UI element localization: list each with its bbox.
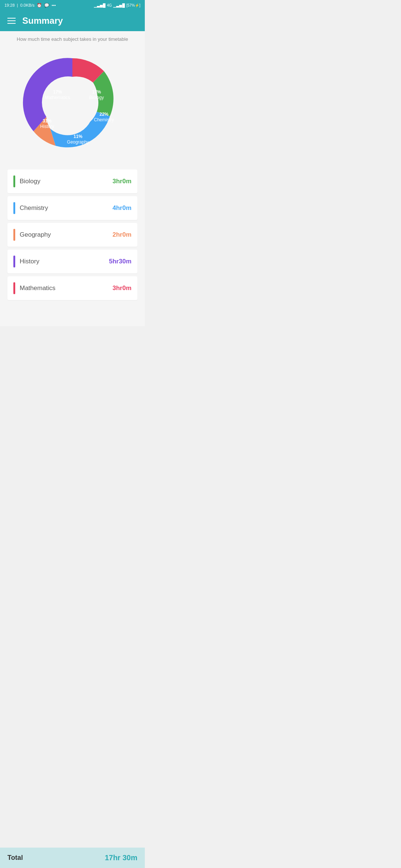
chart-container: 17% Mathematics 17% Biology 22% Chemistr… xyxy=(0,43,145,166)
subject-color-bar xyxy=(13,282,15,294)
subject-name: Geography xyxy=(20,231,108,239)
more-icon: ••• xyxy=(52,3,56,7)
label-chemistry: 22% xyxy=(100,112,108,117)
label-history: 31% xyxy=(43,118,52,124)
subject-list: Biology3hr0mChemistry4hr0mGeography2hr0m… xyxy=(0,166,145,304)
status-bar: 19:28 | 0.0KB/s ⏰ 💬 ••• ▁▃▅█ 4G ▁▃▅█ [57… xyxy=(0,0,145,10)
menu-button[interactable] xyxy=(7,18,16,24)
list-item: Biology3hr0m xyxy=(7,170,137,193)
subject-color-bar xyxy=(13,256,15,267)
subtitle: How much time each subject takes in your… xyxy=(0,31,145,43)
subject-name: History xyxy=(20,258,105,265)
subject-time: 2hr0m xyxy=(113,231,131,239)
label-mathematics-name: Mathematics xyxy=(45,95,70,100)
list-item: Mathematics3hr0m xyxy=(7,276,137,300)
subject-name: Biology xyxy=(20,178,108,185)
status-data: 0.0KB/s xyxy=(20,3,35,7)
list-item: Chemistry4hr0m xyxy=(7,196,137,220)
list-item: Geography2hr0m xyxy=(7,223,137,247)
status-left: 19:28 | 0.0KB/s ⏰ 💬 ••• xyxy=(4,3,56,8)
subject-time: 3hr0m xyxy=(113,178,131,185)
status-time: 19:28 xyxy=(4,3,15,7)
label-mathematics: 17% xyxy=(53,89,62,95)
messenger-icon: 💬 xyxy=(44,3,49,8)
network-type: 4G xyxy=(107,3,112,7)
subject-name: Mathematics xyxy=(20,285,108,292)
subject-name: Chemistry xyxy=(20,204,108,212)
label-biology-name: Biology xyxy=(89,95,104,100)
donut-hole xyxy=(46,77,98,129)
label-history-name: History xyxy=(40,124,54,129)
subject-color-bar xyxy=(13,229,15,241)
main-content: How much time each subject takes in your… xyxy=(0,31,145,326)
signal-icon: ▁▃▅█ xyxy=(94,3,105,7)
subject-color-bar xyxy=(13,175,15,187)
label-biology: 17% xyxy=(92,89,101,95)
label-geography-name: Geography xyxy=(67,139,89,145)
app-header: Summary xyxy=(0,10,145,31)
page-title: Summary xyxy=(22,16,63,26)
label-chemistry-name: Chemistry xyxy=(94,117,114,122)
subject-time: 5hr30m xyxy=(109,258,131,265)
subject-time: 3hr0m xyxy=(113,285,131,292)
status-right: ▁▃▅█ 4G ▁▃▅█ [57%⚡] xyxy=(94,3,140,7)
subject-time: 4hr0m xyxy=(113,204,131,212)
status-network: | xyxy=(17,3,18,7)
label-geography: 11% xyxy=(74,134,82,139)
signal2-icon: ▁▃▅█ xyxy=(113,3,125,7)
donut-chart: 17% Mathematics 17% Biology 22% Chemistr… xyxy=(20,51,124,155)
battery-indicator: [57%⚡] xyxy=(126,3,140,7)
list-item: History5hr30m xyxy=(7,250,137,273)
subject-color-bar xyxy=(13,202,15,214)
alarm-icon: ⏰ xyxy=(37,3,42,8)
